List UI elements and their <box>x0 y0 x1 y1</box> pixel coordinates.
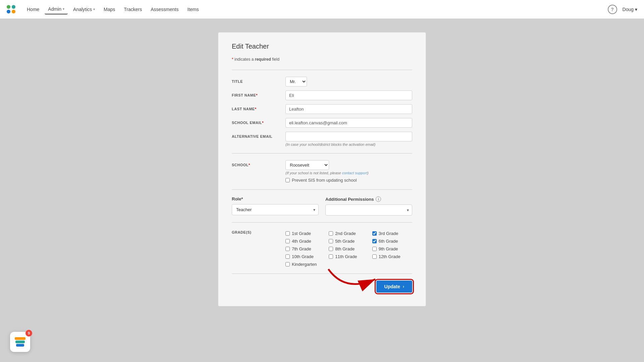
help-icon: ? <box>611 7 614 12</box>
prevent-sis-checkbox[interactable] <box>285 178 290 182</box>
grade-1st-label: 1st Grade <box>292 231 311 236</box>
grade-9th-checkbox[interactable] <box>372 247 377 251</box>
divider-1 <box>232 70 412 70</box>
nav-home-label: Home <box>27 7 39 12</box>
grade-kindergarten-checkbox[interactable] <box>285 262 290 266</box>
grade-8th-label: 8th Grade <box>335 246 355 251</box>
title-select[interactable]: Mr. Mrs. Ms. Dr. <box>285 77 307 86</box>
nav-analytics-label: Analytics <box>73 7 92 12</box>
school-email-input[interactable] <box>285 118 412 128</box>
nav-admin-chevron: ▾ <box>63 7 64 11</box>
grade-2nd: 2nd Grade <box>329 231 369 236</box>
nav-items: Home Admin ▾ Analytics ▾ Maps Trackers A… <box>23 4 608 14</box>
last-name-field <box>285 104 412 114</box>
alt-email-row: ALTERNATIVE EMAIL (In case your school/d… <box>232 132 412 146</box>
nav-analytics[interactable]: Analytics ▾ <box>70 5 98 14</box>
grade-9th-label: 9th Grade <box>379 246 398 251</box>
grade-10th-checkbox[interactable] <box>285 254 290 259</box>
grade-2nd-checkbox[interactable] <box>329 231 333 236</box>
role-select[interactable]: Teacher Admin Coach <box>232 204 319 215</box>
role-label: Role* <box>232 196 319 201</box>
divider-2 <box>232 153 412 154</box>
school-email-label: SCHOOL EMAIL* <box>232 118 285 125</box>
grade-1st-checkbox[interactable] <box>285 231 290 236</box>
nav-trackers[interactable]: Trackers <box>120 5 145 14</box>
permissions-info-icon[interactable]: i <box>376 196 381 202</box>
nav-home[interactable]: Home <box>23 5 43 14</box>
grade-6th: 6th Grade <box>372 239 412 244</box>
grade-4th-checkbox[interactable] <box>285 239 290 243</box>
divider-5 <box>232 274 412 274</box>
nav-items-menu[interactable]: Items <box>184 5 202 14</box>
school-hint: (If your school is not listed, please co… <box>285 171 412 175</box>
grade-3rd-checkbox[interactable] <box>372 231 377 236</box>
page-wrapper: Edit Teacher * indicates a required fiel… <box>0 19 644 320</box>
grade-12th-checkbox[interactable] <box>372 254 377 259</box>
alt-email-input[interactable] <box>285 132 412 141</box>
first-name-label: FIRST NAME* <box>232 90 285 97</box>
badge-layer-2 <box>15 341 25 343</box>
permissions-select[interactable] <box>325 204 412 216</box>
edit-teacher-form: Edit Teacher * indicates a required fiel… <box>218 32 426 306</box>
app-logo[interactable] <box>7 5 15 14</box>
grade-6th-checkbox[interactable] <box>372 239 377 243</box>
first-name-row: FIRST NAME* <box>232 90 412 100</box>
user-menu[interactable]: Doug ▾ <box>623 7 637 12</box>
grades-section: GRADE(S) 1st Grade 2nd Grade 3rd Grade 4… <box>232 229 412 267</box>
school-select[interactable]: Roosevelt <box>285 160 329 170</box>
update-section: Update › <box>232 281 412 293</box>
grade-12th-label: 12th Grade <box>379 254 400 259</box>
grade-3rd-label: 3rd Grade <box>379 231 398 236</box>
logo-dot-4 <box>12 10 15 13</box>
nav-assessments-label: Assessments <box>151 7 178 12</box>
grade-7th: 7th Grade <box>285 246 325 251</box>
grade-7th-checkbox[interactable] <box>285 247 290 251</box>
grade-3rd: 3rd Grade <box>372 231 412 236</box>
first-name-field <box>285 90 412 100</box>
nav-admin[interactable]: Admin ▾ <box>45 4 68 14</box>
contact-support-link[interactable]: contact support <box>342 171 367 175</box>
navbar: Home Admin ▾ Analytics ▾ Maps Trackers A… <box>0 0 644 19</box>
badge-icon: 9 <box>10 332 30 352</box>
grade-4th: 4th Grade <box>285 239 325 244</box>
nav-assessments[interactable]: Assessments <box>147 5 182 14</box>
badge-layers <box>15 337 25 347</box>
grade-11th-checkbox[interactable] <box>329 254 333 259</box>
nav-maps[interactable]: Maps <box>100 5 118 14</box>
nav-analytics-chevron: ▾ <box>93 7 95 11</box>
grade-1st: 1st Grade <box>285 231 325 236</box>
grade-10th-label: 10th Grade <box>292 254 314 259</box>
alt-email-field: (In case your school/district blocks the… <box>285 132 412 146</box>
last-name-row: LAST NAME* <box>232 104 412 114</box>
prevent-sis-row: Prevent SIS from updating school <box>285 178 412 183</box>
first-name-input[interactable] <box>285 90 412 100</box>
role-permissions-section: Role* Teacher Admin Coach ▾ Additional P… <box>232 196 412 216</box>
logo-dots <box>7 5 15 14</box>
title-label: TITLE <box>232 77 285 83</box>
school-label: SCHOOL* <box>232 160 285 167</box>
notification-badge[interactable]: 9 <box>10 332 30 352</box>
update-button-label: Update <box>384 284 400 289</box>
nav-items-label: Items <box>187 7 199 12</box>
role-block: Role* Teacher Admin Coach ▾ <box>232 196 319 216</box>
last-name-input[interactable] <box>285 104 412 114</box>
required-asterisk: * <box>232 57 233 62</box>
badge-count: 9 <box>25 330 32 337</box>
required-note: * indicates a required field <box>232 57 412 62</box>
grade-7th-label: 7th Grade <box>292 246 311 251</box>
last-name-label: LAST NAME* <box>232 104 285 111</box>
permissions-block: Additional Permissions i ▾ <box>325 196 412 216</box>
grade-kindergarten-label: Kindergarten <box>292 262 317 267</box>
grades-label: GRADE(S) <box>232 230 285 234</box>
alt-email-label: ALTERNATIVE EMAIL <box>232 132 285 138</box>
grade-5th: 5th Grade <box>329 239 369 244</box>
help-button[interactable]: ? <box>608 5 617 14</box>
grade-8th-checkbox[interactable] <box>329 247 333 251</box>
form-title: Edit Teacher <box>232 43 412 50</box>
divider-4 <box>232 222 412 223</box>
update-arrow-icon: › <box>403 284 404 289</box>
update-button[interactable]: Update › <box>376 281 412 293</box>
nav-maps-label: Maps <box>104 7 115 12</box>
school-field: Roosevelt (If your school is not listed,… <box>285 160 412 183</box>
grade-5th-checkbox[interactable] <box>329 239 333 243</box>
